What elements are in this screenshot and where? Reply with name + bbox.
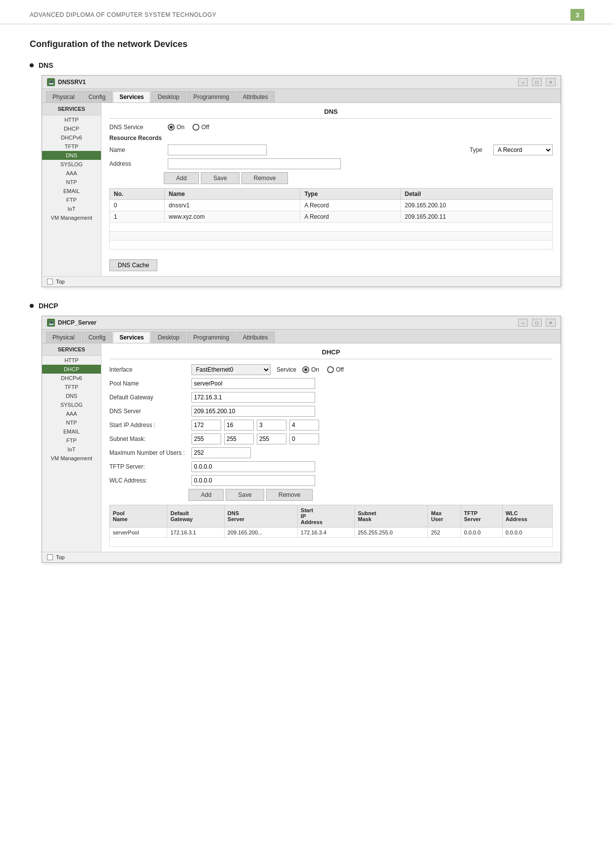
- dns-row0-no: 0: [110, 200, 165, 211]
- dhcp-wlc-input[interactable]: [191, 475, 315, 486]
- dhcp-window-footer: Top: [42, 552, 561, 562]
- dhcp-close-btn[interactable]: ×: [546, 319, 556, 327]
- dns-type-select[interactable]: A Record: [493, 145, 553, 155]
- dhcp-service-ftp[interactable]: FTP: [42, 436, 101, 445]
- dns-save-btn[interactable]: Save: [201, 172, 239, 184]
- dns-service-http[interactable]: HTTP: [42, 115, 101, 124]
- dhcp-service-email[interactable]: EMAIL: [42, 427, 101, 436]
- dhcp-service-label: Service: [277, 366, 296, 373]
- dns-address-input[interactable]: [168, 158, 341, 169]
- dns-service-syslog[interactable]: SYSLOG: [42, 160, 101, 169]
- dns-cache-btn[interactable]: DNS Cache: [109, 259, 157, 271]
- dns-tab-programming[interactable]: Programming: [187, 91, 236, 102]
- dns-row0-name: dnssrv1: [165, 200, 300, 211]
- dns-tab-desktop[interactable]: Desktop: [151, 91, 186, 102]
- dns-service-tftp[interactable]: TFTP: [42, 142, 101, 151]
- dns-service-dhcpv6[interactable]: DHCPv6: [42, 133, 101, 142]
- dhcp-service-dns[interactable]: DNS: [42, 391, 101, 400]
- dhcp-startip-1[interactable]: [191, 420, 221, 431]
- dns-services-header: SERVICES: [42, 103, 101, 115]
- dns-service-dns[interactable]: DNS: [42, 151, 101, 160]
- dns-top-checkbox[interactable]: [47, 279, 53, 285]
- dns-service-dhcp[interactable]: DHCP: [42, 124, 101, 133]
- dns-service-iot[interactable]: IoT: [42, 204, 101, 213]
- dhcp-dnsserver-input[interactable]: [191, 406, 315, 417]
- dhcp-tab-services[interactable]: Services: [113, 332, 150, 343]
- dhcp-col-startip: StartIPAddress: [297, 505, 354, 528]
- dhcp-radio-on[interactable]: On: [302, 366, 319, 373]
- dns-minimize-btn[interactable]: –: [518, 78, 528, 86]
- dhcp-row0-maxuser: 252: [428, 528, 461, 538]
- dns-tab-attributes[interactable]: Attributes: [236, 91, 275, 102]
- dns-col-type: Type: [300, 189, 401, 200]
- dhcp-subnet-row: Subnet Mask:: [109, 434, 553, 444]
- dhcp-top-checkbox[interactable]: [47, 554, 53, 560]
- dns-title-left: 💻 DNSSRV1: [47, 78, 86, 86]
- dns-tabs: Physical Config Services Desktop Program…: [42, 89, 561, 103]
- dns-service-ftp[interactable]: FTP: [42, 195, 101, 204]
- dns-service-aaa[interactable]: AAA: [42, 169, 101, 178]
- dhcp-gateway-input[interactable]: [191, 392, 315, 403]
- dhcp-service-syslog[interactable]: SYSLOG: [42, 400, 101, 409]
- dhcp-service-dhcpv6[interactable]: DHCPv6: [42, 374, 101, 383]
- dhcp-tab-config[interactable]: Config: [82, 332, 112, 343]
- dhcp-service-dhcp[interactable]: DHCP: [42, 365, 101, 374]
- dns-address-row: Address: [109, 158, 553, 169]
- dhcp-startip-4[interactable]: [289, 420, 319, 431]
- dhcp-subnet-3[interactable]: [257, 434, 286, 444]
- dhcp-service-ntp[interactable]: NTP: [42, 418, 101, 427]
- dns-add-btn[interactable]: Add: [164, 172, 199, 184]
- dns-empty-row-2: [110, 232, 553, 241]
- dhcp-service-http[interactable]: HTTP: [42, 356, 101, 365]
- dhcp-service-tftp[interactable]: TFTP: [42, 383, 101, 391]
- dhcp-on-label: On: [311, 366, 319, 373]
- page-number: 3: [570, 9, 584, 21]
- dns-radio-on[interactable]: On: [168, 124, 185, 131]
- dns-tab-physical[interactable]: Physical: [46, 91, 81, 102]
- dhcp-pool-input[interactable]: [191, 378, 315, 389]
- dhcp-tab-physical[interactable]: Physical: [46, 332, 81, 343]
- dns-tab-services[interactable]: Services: [113, 91, 150, 102]
- dhcp-col-maxuser: MaxUser: [428, 505, 461, 528]
- dhcp-window-body: SERVICES HTTP DHCP DHCPv6 TFTP DNS SYSLO…: [42, 343, 561, 552]
- dhcp-tftp-input[interactable]: [191, 461, 315, 472]
- dhcp-service-iot[interactable]: IoT: [42, 445, 101, 454]
- dhcp-tab-desktop[interactable]: Desktop: [151, 332, 186, 343]
- dhcp-subnet-2[interactable]: [224, 434, 254, 444]
- dns-address-label: Address: [109, 160, 164, 167]
- dhcp-remove-btn[interactable]: Remove: [266, 489, 313, 501]
- dns-services-sidebar: SERVICES HTTP DHCP DHCPv6 TFTP DNS SYSLO…: [42, 103, 101, 276]
- dhcp-startip-2[interactable]: [224, 420, 254, 431]
- dns-maximize-btn[interactable]: □: [532, 78, 542, 86]
- dns-close-btn[interactable]: ×: [546, 78, 556, 86]
- dhcp-maximize-btn[interactable]: □: [532, 319, 542, 327]
- dhcp-interface-select[interactable]: FastEthernet0: [191, 364, 271, 375]
- dns-tab-config[interactable]: Config: [82, 91, 112, 102]
- dns-section: DNS 💻 DNSSRV1 – □ × Physical Config S: [30, 61, 584, 287]
- dns-service-ntp[interactable]: NTP: [42, 178, 101, 187]
- dhcp-empty-row: [110, 538, 553, 547]
- dhcp-add-btn[interactable]: Add: [189, 489, 224, 501]
- dhcp-startip-3[interactable]: [257, 420, 286, 431]
- dhcp-save-btn[interactable]: Save: [226, 489, 264, 501]
- dhcp-dnsserver-row: DNS Server: [109, 406, 553, 417]
- dhcp-minimize-btn[interactable]: –: [518, 319, 528, 327]
- dns-remove-btn[interactable]: Remove: [241, 172, 288, 184]
- dhcp-subnet-1[interactable]: [191, 434, 221, 444]
- dhcp-window-controls: – □ ×: [518, 319, 556, 327]
- dhcp-col-dns: DNSServer: [224, 505, 297, 528]
- dns-service-email[interactable]: EMAIL: [42, 187, 101, 195]
- dns-on-label: On: [177, 124, 185, 131]
- dhcp-tab-attributes[interactable]: Attributes: [236, 332, 275, 343]
- header: ADVANCED DIPLOMA OF COMPUTER SYSTEM TECH…: [0, 0, 614, 24]
- dns-name-input[interactable]: [168, 145, 267, 155]
- dhcp-maxusers-input[interactable]: [191, 447, 251, 458]
- dhcp-service-vm[interactable]: VM Management: [42, 454, 101, 463]
- dhcp-radio-off[interactable]: Off: [327, 366, 344, 373]
- dhcp-subnet-4[interactable]: [289, 434, 319, 444]
- dhcp-tab-programming[interactable]: Programming: [187, 332, 236, 343]
- dns-service-vm[interactable]: VM Management: [42, 213, 101, 222]
- dhcp-service-aaa[interactable]: AAA: [42, 409, 101, 418]
- dns-service-row: DNS Service On Off: [109, 124, 553, 131]
- dns-radio-off[interactable]: Off: [192, 124, 209, 131]
